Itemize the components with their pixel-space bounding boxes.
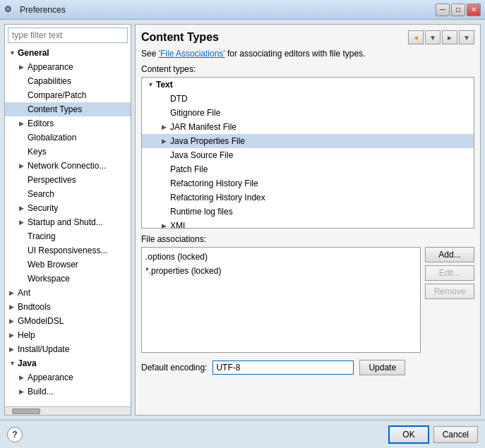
ct-label: Refactoring History Index [170, 191, 265, 204]
ok-button[interactable]: OK [388, 425, 429, 444]
tree-arrow: ▶ [9, 315, 16, 327]
tree-arrow: ▶ [19, 385, 26, 398]
scrollbar-thumb[interactable] [12, 408, 40, 414]
tree-arrow: ▶ [19, 159, 26, 172]
file-assoc-item[interactable]: *.properties (locked) [144, 264, 418, 278]
tree-arrow: ▶ [19, 216, 26, 229]
maximize-button[interactable]: □ [451, 4, 465, 16]
sidebar-item-label: GModelDSL [16, 315, 64, 327]
nav-fwd-button[interactable]: ► [442, 30, 457, 44]
cancel-button[interactable]: Cancel [433, 426, 478, 443]
ct-item-refactoring-index[interactable]: Refactoring History Index [142, 190, 474, 205]
add-button[interactable]: Add... [425, 247, 474, 262]
sidebar-item-label: Security [26, 202, 58, 214]
remove-button[interactable]: Remove [425, 284, 474, 299]
ct-item-runtime-log[interactable]: Runtime log files [142, 205, 474, 219]
sidebar-item-workspace[interactable]: Workspace [5, 272, 131, 286]
sidebar-item-ant[interactable]: ▶ Ant [5, 286, 131, 300]
close-button[interactable]: ✕ [467, 4, 481, 16]
tree-arrow: ▶ [9, 329, 16, 341]
content-types-label: Content types: [141, 64, 474, 74]
file-associations-link[interactable]: 'File Associations' [159, 49, 225, 59]
sidebar-item-java-build[interactable]: ▶ Build... [5, 385, 131, 399]
tree-arrow: ▶ [19, 117, 26, 130]
minimize-button[interactable]: ─ [436, 4, 450, 16]
sidebar-item-label: Search [26, 188, 54, 200]
sidebar: ▼ General ▶ Appearance Capabilities Comp… [4, 24, 131, 416]
sidebar-item-web-browser[interactable]: Web Browser [5, 258, 131, 272]
encoding-row: Default encoding: Update [141, 360, 474, 375]
nav-fwd-dropdown[interactable]: ▼ [459, 30, 474, 44]
edit-button[interactable]: Edit... [425, 265, 474, 281]
ct-label: JAR Manifest File [170, 121, 236, 133]
main-area: ▼ General ▶ Appearance Capabilities Comp… [0, 20, 485, 420]
sidebar-item-general[interactable]: ▼ General [5, 46, 131, 60]
ct-item-jar-manifest[interactable]: ▶ JAR Manifest File [142, 120, 474, 134]
action-buttons: Add... Edit... Remove [425, 247, 474, 353]
ct-item-patch-file[interactable]: Patch File [142, 162, 474, 176]
ct-item-dtd[interactable]: DTD [142, 92, 474, 106]
sidebar-item-label: Bndtools [16, 301, 51, 313]
sidebar-item-label: Editors [26, 117, 54, 130]
ct-arrow: ▶ [162, 121, 170, 133]
ct-label: Refactoring History File [170, 177, 258, 190]
sidebar-item-capabilities[interactable]: Capabilities [5, 74, 131, 88]
sidebar-item-content-types[interactable]: Content Types [5, 102, 131, 116]
sidebar-item-security[interactable]: ▶ Security [5, 201, 131, 215]
ct-arrow: ▶ [162, 135, 170, 147]
sidebar-item-search[interactable]: Search [5, 187, 131, 201]
ct-label: Gitignore File [170, 107, 220, 119]
titlebar-buttons: ─ □ ✕ [436, 4, 481, 16]
bottom-bar: ? OK Cancel [0, 420, 485, 448]
sidebar-item-editors[interactable]: ▶ Editors [5, 116, 131, 131]
file-associations-section: .options (locked)*.properties (locked) A… [141, 247, 474, 353]
ct-arrow: ▶ [162, 219, 170, 229]
sidebar-item-install-update[interactable]: ▶ Install/Update [5, 342, 131, 356]
sidebar-item-java[interactable]: ▼ Java [5, 356, 131, 370]
ct-item-java-properties[interactable]: ▶ Java Properties File [142, 134, 474, 148]
ct-item-text[interactable]: ▼ Text [142, 78, 474, 92]
filter-input[interactable] [8, 28, 128, 43]
nav-back-button[interactable]: ◄ [408, 30, 424, 44]
tree-arrow: ▼ [9, 47, 16, 59]
file-assoc-item[interactable]: .options (locked) [144, 250, 418, 264]
ct-item-java-source[interactable]: Java Source File [142, 148, 474, 162]
sidebar-item-perspectives[interactable]: Perspectives [5, 173, 131, 187]
titlebar: ⚙ Preferences ─ □ ✕ [0, 0, 485, 20]
sidebar-item-tracing[interactable]: Tracing [5, 229, 131, 243]
sidebar-item-label: Startup and Shutd... [26, 216, 103, 229]
tree-arrow: ▶ [19, 61, 26, 73]
sidebar-item-globalization[interactable]: Globalization [5, 131, 131, 145]
sidebar-item-network-connections[interactable]: ▶ Network Connectio... [5, 159, 131, 173]
sidebar-item-label: Appearance [26, 371, 73, 384]
tree-arrow: ▶ [9, 286, 16, 299]
sidebar-item-bndtools[interactable]: ▶ Bndtools [5, 300, 131, 314]
ct-item-gitignore[interactable]: Gitignore File [142, 106, 474, 120]
sidebar-item-label: Web Browser [26, 258, 78, 271]
ct-item-xml[interactable]: ▶ XML [142, 219, 474, 229]
sidebar-item-keys[interactable]: Keys [5, 145, 131, 159]
window-icon: ⚙ [4, 4, 16, 16]
nav-back-dropdown[interactable]: ▼ [425, 30, 441, 44]
sidebar-item-ui-responsiveness[interactable]: UI Responsiveness... [5, 243, 131, 258]
sidebar-item-label: Appearance [26, 61, 73, 73]
sidebar-item-appearance[interactable]: ▶ Appearance [5, 60, 131, 74]
file-associations-list[interactable]: .options (locked)*.properties (locked) [141, 247, 421, 353]
sidebar-item-startup-shutdown[interactable]: ▶ Startup and Shutd... [5, 215, 131, 229]
sidebar-item-label: Compare/Patch [26, 89, 86, 102]
encoding-input[interactable] [212, 361, 354, 375]
sidebar-item-help[interactable]: ▶ Help [5, 328, 131, 342]
sidebar-item-gmodeldsl[interactable]: ▶ GModelDSL [5, 314, 131, 328]
update-button[interactable]: Update [359, 360, 405, 375]
description-suffix: for associating editors with file types. [225, 49, 366, 59]
content-types-tree[interactable]: ▼ Text DTD Gitignore File ▶ JAR Manifest… [141, 77, 474, 229]
help-button[interactable]: ? [7, 427, 23, 442]
sidebar-item-java-appearance[interactable]: ▶ Appearance [5, 370, 131, 385]
sidebar-item-label: Ant [16, 286, 30, 299]
sidebar-item-compare-patch[interactable]: Compare/Patch [5, 88, 131, 102]
horizontal-scrollbar[interactable] [5, 406, 131, 415]
nav-arrows: ◄ ▼ ► ▼ [408, 30, 474, 44]
ct-item-refactoring-history[interactable]: Refactoring History File [142, 176, 474, 190]
ct-label: DTD [170, 92, 188, 105]
description: See 'File Associations' for associating … [141, 49, 474, 59]
